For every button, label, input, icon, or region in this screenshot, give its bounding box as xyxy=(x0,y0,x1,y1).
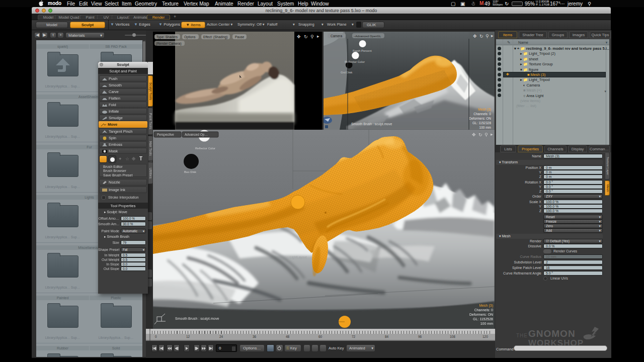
svg-text:↻: ↻ xyxy=(478,132,482,137)
svg-text:Mesh (3): Mesh (3) xyxy=(479,304,493,308)
svg-text:Reflector Color: Reflector Color xyxy=(195,147,215,150)
svg-text:Channels: 0: Channels: 0 xyxy=(473,112,491,116)
svg-text:–Advanced OpenGL: –Advanced OpenGL xyxy=(354,35,381,38)
svg-text:Deformers: ON: Deformers: ON xyxy=(469,313,493,316)
svg-text:96: 96 xyxy=(418,335,422,338)
svg-text:Mesh (3): Mesh (3) xyxy=(478,108,491,112)
svg-text:Perspective: Perspective xyxy=(157,133,174,137)
svg-text:Advanced Op…: Advanced Op… xyxy=(185,133,208,137)
svg-text:Fresh Percent: Fresh Percent xyxy=(353,49,372,52)
svg-text:Options: Options xyxy=(184,35,196,39)
svg-text:108: 108 xyxy=(450,335,455,338)
svg-text:100 mm: 100 mm xyxy=(480,322,493,325)
svg-text:Grd Disk: Grd Disk xyxy=(341,71,353,74)
svg-text:GL: 1152328: GL: 1152328 xyxy=(472,121,491,125)
svg-text:✥: ✥ xyxy=(472,132,476,137)
svg-text:⚲: ⚲ xyxy=(485,132,488,137)
svg-text:▸: ▸ xyxy=(317,34,319,39)
svg-text:Boo Disk: Boo Disk xyxy=(184,170,197,173)
svg-text:0: 0 xyxy=(155,335,157,338)
svg-text:Camera: Camera xyxy=(331,34,343,38)
svg-text:▸: ▸ xyxy=(491,132,493,137)
svg-text:⚲: ⚲ xyxy=(486,34,489,39)
svg-text:✥: ✥ xyxy=(297,34,301,39)
svg-text:⚲: ⚲ xyxy=(310,34,314,39)
svg-text:GL: 1152528: GL: 1152528 xyxy=(473,317,493,321)
svg-text:Deformers: ON: Deformers: ON xyxy=(469,117,491,120)
svg-text:84: 84 xyxy=(385,335,389,338)
svg-text:72: 72 xyxy=(352,335,356,338)
svg-text:LightLayout: LightLayout xyxy=(290,255,307,259)
svg-text:60: 60 xyxy=(318,335,323,338)
svg-text:Type: Shaders: Type: Shaders xyxy=(156,35,178,39)
svg-text:24: 24 xyxy=(219,335,223,338)
svg-text:48: 48 xyxy=(286,335,290,338)
svg-text:Channels: 0: Channels: 0 xyxy=(474,308,493,312)
svg-text:▸: ▸ xyxy=(491,33,494,38)
svg-text:Pause: Pause xyxy=(235,35,245,39)
svg-text:Effect: (Shading): Effect: (Shading) xyxy=(203,35,227,39)
svg-text:✥: ✥ xyxy=(473,34,477,39)
svg-text:12: 12 xyxy=(186,335,190,338)
svg-text:120: 120 xyxy=(482,335,488,338)
svg-text:Smooth Brush : sculpt.move: Smooth Brush : sculpt.move xyxy=(175,317,219,321)
svg-text:↻: ↻ xyxy=(479,34,484,39)
svg-text:36: 36 xyxy=(253,335,257,338)
svg-text:100 mm: 100 mm xyxy=(479,126,491,129)
svg-text:↻: ↻ xyxy=(304,34,308,39)
svg-text:(Render Camera): (Render Camera) xyxy=(156,42,182,46)
svg-text:Smooth Brush : sculpt.move: Smooth Brush : sculpt.move xyxy=(351,122,392,126)
